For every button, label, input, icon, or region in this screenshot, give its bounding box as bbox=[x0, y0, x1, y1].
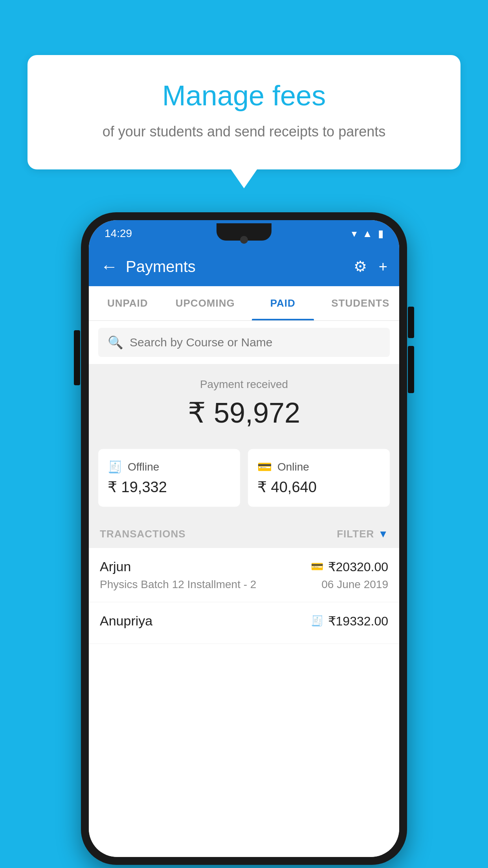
offline-label: Offline bbox=[128, 461, 159, 473]
online-icon: 💳 bbox=[257, 460, 272, 474]
volume-up-button bbox=[408, 307, 414, 338]
offline-amount: ₹ 19,332 bbox=[108, 478, 231, 496]
wifi-icon: ▾ bbox=[352, 228, 357, 240]
online-label: Online bbox=[277, 461, 309, 473]
bubble-subtitle: of your students and send receipts to pa… bbox=[51, 122, 437, 142]
offline-icon: 🧾 bbox=[108, 460, 122, 474]
front-camera bbox=[240, 236, 248, 244]
filter-button[interactable]: FILTER ▼ bbox=[337, 528, 388, 540]
phone-screen: 14:29 ▾ ▲ ▮ ← Payments ⚙ + UNPAID UPCOMI… bbox=[89, 220, 399, 857]
status-time: 14:29 bbox=[105, 227, 132, 240]
transaction-top-2: Anupriya 🧾 ₹19332.00 bbox=[100, 613, 388, 629]
battery-icon: ▮ bbox=[378, 228, 383, 240]
transaction-name-1: Arjun bbox=[100, 559, 131, 574]
app-header: ← Payments ⚙ + bbox=[89, 247, 399, 286]
transactions-header: TRANSACTIONS FILTER ▼ bbox=[89, 519, 399, 548]
filter-label: FILTER bbox=[337, 528, 374, 540]
phone-frame: 14:29 ▾ ▲ ▮ ← Payments ⚙ + UNPAID UPCOMI… bbox=[81, 212, 407, 865]
volume-down-button bbox=[408, 346, 414, 393]
online-payment-card: 💳 Online ₹ 40,640 bbox=[248, 449, 390, 507]
payment-amount: ₹ 59,972 bbox=[89, 396, 399, 429]
transaction-top-1: Arjun 💳 ₹20320.00 bbox=[100, 559, 388, 574]
add-icon[interactable]: + bbox=[379, 258, 387, 275]
status-icons: ▾ ▲ ▮ bbox=[352, 228, 383, 240]
table-row[interactable]: Anupriya 🧾 ₹19332.00 bbox=[89, 602, 399, 644]
search-container: 🔍 bbox=[89, 321, 399, 364]
table-row[interactable]: Arjun 💳 ₹20320.00 Physics Batch 12 Insta… bbox=[89, 548, 399, 602]
transaction-icon-1: 💳 bbox=[311, 561, 323, 573]
filter-icon: ▼ bbox=[378, 528, 388, 540]
offline-payment-card: 🧾 Offline ₹ 19,332 bbox=[98, 449, 240, 507]
payment-cards: 🧾 Offline ₹ 19,332 💳 Online ₹ 40,640 bbox=[89, 441, 399, 519]
transaction-amount-2: ₹19332.00 bbox=[328, 614, 388, 629]
transaction-amount-1: ₹20320.00 bbox=[328, 559, 388, 574]
online-card-header: 💳 Online bbox=[257, 460, 380, 474]
tabs-bar: UNPAID UPCOMING PAID STUDENTS bbox=[89, 286, 399, 321]
phone-notch bbox=[216, 223, 272, 241]
transaction-name-2: Anupriya bbox=[100, 613, 152, 629]
tab-students[interactable]: STUDENTS bbox=[322, 286, 400, 320]
offline-card-header: 🧾 Offline bbox=[108, 460, 231, 474]
back-button[interactable]: ← bbox=[101, 257, 118, 276]
speech-bubble-container: Manage fees of your students and send re… bbox=[28, 55, 460, 169]
transaction-amount-row-2: 🧾 ₹19332.00 bbox=[311, 614, 388, 629]
power-button bbox=[74, 330, 80, 385]
online-amount: ₹ 40,640 bbox=[257, 478, 380, 496]
tab-upcoming[interactable]: UPCOMING bbox=[167, 286, 244, 320]
search-bar[interactable]: 🔍 bbox=[98, 328, 390, 357]
payment-received-label: Payment received bbox=[89, 378, 399, 391]
settings-icon[interactable]: ⚙ bbox=[354, 258, 367, 275]
signal-icon: ▲ bbox=[362, 228, 372, 240]
transaction-bottom-1: Physics Batch 12 Installment - 2 06 June… bbox=[100, 578, 388, 591]
transactions-label: TRANSACTIONS bbox=[100, 528, 186, 540]
transaction-amount-row-1: 💳 ₹20320.00 bbox=[311, 559, 388, 574]
search-icon: 🔍 bbox=[108, 335, 123, 350]
tab-unpaid[interactable]: UNPAID bbox=[89, 286, 167, 320]
transaction-icon-2: 🧾 bbox=[311, 615, 323, 627]
transaction-course-1: Physics Batch 12 Installment - 2 bbox=[100, 578, 256, 591]
search-input[interactable] bbox=[130, 336, 380, 349]
speech-bubble: Manage fees of your students and send re… bbox=[28, 55, 460, 169]
bubble-title: Manage fees bbox=[51, 79, 437, 112]
page-title: Payments bbox=[126, 258, 354, 276]
payment-summary: Payment received ₹ 59,972 bbox=[89, 364, 399, 441]
header-icons: ⚙ + bbox=[354, 258, 387, 275]
transaction-list: Arjun 💳 ₹20320.00 Physics Batch 12 Insta… bbox=[89, 548, 399, 857]
tab-paid[interactable]: PAID bbox=[244, 286, 322, 320]
transaction-date-1: 06 June 2019 bbox=[321, 578, 388, 591]
